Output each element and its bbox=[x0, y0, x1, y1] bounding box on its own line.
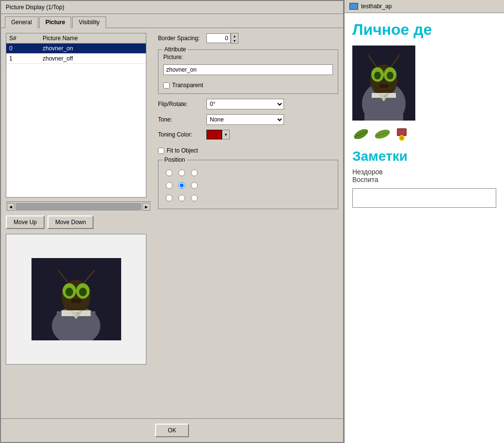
col-header-s: S# bbox=[6, 33, 40, 44]
move-up-button[interactable]: Move Up bbox=[6, 215, 45, 229]
spinner-buttons: ▲ ▼ bbox=[231, 33, 238, 44]
table-row[interactable]: 0 zhovner_on bbox=[6, 44, 146, 54]
section-text-2: Воспита bbox=[352, 176, 496, 183]
row-name: zhovner_off bbox=[40, 54, 146, 64]
bottom-box bbox=[352, 188, 496, 208]
picture-value-input[interactable] bbox=[163, 64, 333, 75]
medal-icon bbox=[395, 127, 409, 141]
profile-image bbox=[352, 46, 415, 121]
pos-middle-center[interactable] bbox=[176, 180, 188, 191]
dialog-title: Picture Display (1/Top) bbox=[6, 4, 64, 11]
flip-rotate-select[interactable]: 0° 90° 180° 270° bbox=[206, 99, 284, 109]
dialog-footer: OK bbox=[1, 418, 343, 442]
scrollbar-track[interactable] bbox=[16, 203, 142, 211]
leaf-icon-1 bbox=[352, 129, 370, 139]
ok-button[interactable]: OK bbox=[155, 424, 189, 437]
svg-point-35 bbox=[400, 136, 404, 140]
horizontal-scrollbar[interactable]: ◀ ▶ bbox=[6, 201, 151, 212]
tab-visibility[interactable]: Visibility bbox=[72, 16, 106, 28]
page-title: Личное де bbox=[352, 21, 496, 39]
position-groupbox: Position bbox=[158, 160, 338, 209]
svg-point-21 bbox=[387, 72, 394, 79]
border-spacing-spinner[interactable]: ▲ ▼ bbox=[206, 33, 238, 44]
spinner-up-btn[interactable]: ▲ bbox=[231, 33, 238, 38]
border-spacing-input[interactable] bbox=[206, 33, 231, 43]
move-buttons-row: Move Up Move Down bbox=[6, 215, 151, 229]
picture-field-row: Picture: bbox=[163, 54, 333, 61]
row-s: 1 bbox=[6, 54, 40, 64]
svg-point-6 bbox=[65, 288, 73, 296]
svg-rect-33 bbox=[398, 129, 406, 135]
picture-table-container[interactable]: S# Picture Name 0 zhovner_on 1 zho bbox=[6, 33, 146, 198]
tab-general[interactable]: General bbox=[5, 16, 38, 28]
toning-color-swatch[interactable] bbox=[206, 130, 222, 139]
svg-point-7 bbox=[79, 288, 87, 296]
flip-rotate-row: Flip/Rotate: 0° 90° 180° 270° bbox=[158, 99, 338, 109]
attribute-groupbox: Attribute Picture: Transparent bbox=[158, 49, 338, 94]
fit-to-object-row[interactable]: Fit to Object bbox=[158, 147, 338, 154]
left-column: S# Picture Name 0 zhovner_on 1 zho bbox=[6, 33, 151, 413]
toning-color-row: Toning Color: ▼ bbox=[158, 130, 338, 139]
icons-row bbox=[352, 127, 496, 141]
attribute-groupbox-title: Attribute bbox=[162, 46, 188, 53]
pos-bottom-center[interactable] bbox=[176, 192, 188, 204]
tone-select[interactable]: None Red Green bbox=[206, 114, 284, 125]
pos-top-right[interactable] bbox=[189, 167, 200, 179]
transparent-checkbox[interactable] bbox=[163, 82, 170, 89]
tab-picture[interactable]: Picture bbox=[39, 16, 72, 28]
pos-bottom-left[interactable] bbox=[163, 192, 175, 204]
mantis-svg bbox=[32, 258, 121, 340]
browser-content: Личное де bbox=[345, 13, 504, 443]
section-title: Заметки bbox=[352, 149, 496, 164]
svg-rect-8 bbox=[71, 299, 81, 303]
tone-row: Tone: None Red Green bbox=[158, 114, 338, 125]
scroll-right-btn[interactable]: ▶ bbox=[142, 203, 150, 211]
picture-field-label: Picture: bbox=[163, 54, 183, 61]
toning-color-dropdown-btn[interactable]: ▼ bbox=[222, 130, 230, 139]
browser-panel: testhabr_ap Личное де bbox=[344, 0, 504, 443]
pos-top-left[interactable] bbox=[163, 167, 175, 179]
col-header-name: Picture Name bbox=[40, 33, 146, 44]
pos-middle-right[interactable] bbox=[189, 180, 200, 191]
pos-middle-left[interactable] bbox=[163, 180, 175, 191]
dialog-titlebar: Picture Display (1/Top) bbox=[1, 1, 343, 14]
color-picker-group: ▼ bbox=[206, 130, 230, 139]
section-text-1: Нездоров bbox=[352, 168, 496, 176]
border-spacing-label: Border Spacing: bbox=[158, 35, 206, 42]
svg-rect-22 bbox=[379, 84, 388, 88]
leaf-icon-2 bbox=[374, 129, 391, 139]
spinner-down-btn[interactable]: ▼ bbox=[231, 38, 238, 43]
transparent-checkbox-row[interactable]: Transparent bbox=[163, 82, 333, 89]
browser-title: testhabr_ap bbox=[361, 3, 392, 10]
browser-titlebar: testhabr_ap bbox=[345, 0, 504, 13]
pos-top-center[interactable] bbox=[176, 167, 188, 179]
toning-color-label: Toning Color: bbox=[158, 131, 206, 138]
tab-bar: General Picture Visibility bbox=[1, 14, 343, 28]
tone-label: Tone: bbox=[158, 116, 206, 123]
border-spacing-row: Border Spacing: ▲ ▼ bbox=[158, 33, 338, 44]
fit-to-object-label: Fit to Object bbox=[167, 147, 198, 154]
scroll-left-btn[interactable]: ◀ bbox=[7, 203, 15, 211]
right-column: Border Spacing: ▲ ▼ Attribute Picture: bbox=[151, 33, 338, 413]
monitor-icon bbox=[349, 3, 358, 10]
tab-content: S# Picture Name 0 zhovner_on 1 zho bbox=[1, 28, 343, 418]
dialog-panel: Picture Display (1/Top) General Picture … bbox=[0, 0, 344, 443]
preview-box bbox=[6, 234, 146, 365]
profile-svg bbox=[352, 46, 415, 121]
position-groupbox-title: Position bbox=[162, 156, 187, 163]
picture-table: S# Picture Name 0 zhovner_on 1 zho bbox=[6, 33, 146, 64]
tab-inner: S# Picture Name 0 zhovner_on 1 zho bbox=[6, 33, 338, 413]
fit-to-object-checkbox[interactable] bbox=[158, 148, 164, 154]
row-name: zhovner_on bbox=[40, 44, 146, 54]
flip-rotate-label: Flip/Rotate: bbox=[158, 101, 206, 107]
row-s: 0 bbox=[6, 44, 40, 54]
table-row[interactable]: 1 zhovner_off bbox=[6, 54, 146, 64]
position-grid bbox=[163, 167, 333, 204]
transparent-label: Transparent bbox=[172, 82, 203, 89]
move-down-button[interactable]: Move Down bbox=[47, 215, 94, 229]
pos-bottom-right[interactable] bbox=[189, 192, 200, 204]
svg-point-20 bbox=[374, 72, 381, 79]
preview-image bbox=[32, 258, 121, 340]
